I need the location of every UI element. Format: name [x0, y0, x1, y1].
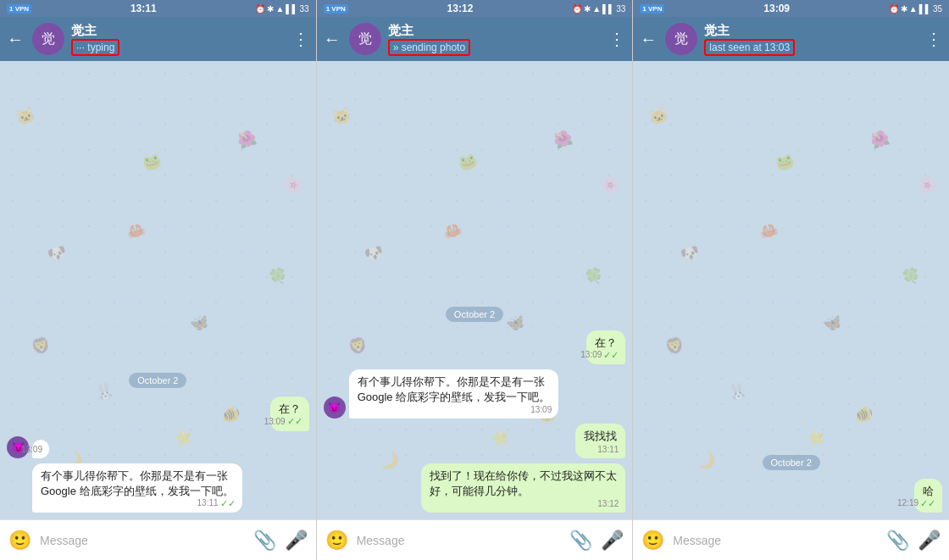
message-time: 13:09 — [530, 404, 552, 416]
message-time: 13:09✓✓ — [264, 415, 302, 428]
status-time: 13:11 — [130, 3, 157, 14]
vpn-badge: 1 VPN — [640, 4, 664, 14]
chat-header: ← 觉 觉主 » sending photo ⋮ — [317, 17, 633, 61]
wifi-icon: ▲ — [592, 4, 601, 14]
message-bubble: 哈12:19✓✓ — [914, 479, 942, 513]
status-time: 13:09 — [763, 3, 790, 14]
avatar: 觉 — [32, 23, 64, 55]
chat-background: 🐱🐶🐰🐸🦋🌺🍀🌙⭐🦀🐠🦁🌸October 2哈12:19✓✓ — [633, 61, 949, 519]
menu-button[interactable]: ⋮ — [925, 29, 942, 49]
chat-header: ← 觉 觉主 last seen at 13:03 ⋮ — [633, 17, 949, 61]
attachment-button[interactable]: 📎 — [253, 530, 276, 552]
message-bubble: 找到了！现在给你传，不过我这网不太 好，可能得几分钟。13:12 — [421, 463, 625, 513]
phone-panel-panel3: 1 VPN 13:09 ⏰ ✱ ▲ ▌▌ 35 ← 觉 觉主 last seen… — [633, 0, 949, 560]
message-input[interactable]: Message — [357, 534, 562, 547]
message-row-outgoing: 找到了！现在给你传，不过我这网不太 好，可能得几分钟。13:12 — [324, 463, 626, 513]
mic-button[interactable]: 🎤 — [601, 530, 624, 552]
message-row-incoming-avatar: 😈13:09 — [7, 436, 309, 458]
message-row-outgoing: 在？13:09✓✓ — [324, 330, 626, 364]
battery-text: 35 — [933, 4, 942, 14]
message-bubble: 我找找13:11 — [575, 424, 625, 457]
header-info: 觉主 » sending photo — [388, 23, 602, 56]
phone-panel-panel1: 1 VPN 13:11 ⏰ ✱ ▲ ▌▌ 33 ← 觉 觉主 ··· typin… — [0, 0, 317, 560]
menu-button[interactable]: ⋮ — [292, 29, 309, 49]
date-separator: October 2 — [446, 307, 503, 322]
message-text: 有个事儿得你帮下。你那是不是有一张 Google 给底彩字的壁纸，发我一下吧。 — [41, 469, 234, 497]
status-bar: 1 VPN 13:09 ⏰ ✱ ▲ ▌▌ 35 — [633, 0, 949, 17]
signal-icon: ▌▌ — [919, 4, 931, 14]
contact-name: 觉主 — [388, 23, 602, 39]
contact-name: 觉主 — [71, 23, 286, 39]
avatar: 觉 — [665, 23, 697, 55]
attachment-button[interactable]: 📎 — [886, 530, 909, 552]
message-input[interactable]: Message — [673, 534, 878, 547]
phone-panel-panel2: 1 VPN 13:12 ⏰ ✱ ▲ ▌▌ 33 ← 觉 觉主 » sending… — [317, 0, 634, 560]
message-bubble: 13:09 — [32, 440, 49, 458]
message-ticks: ✓✓ — [920, 497, 935, 510]
date-separator: October 2 — [763, 455, 820, 470]
battery-text: 33 — [616, 4, 625, 14]
message-bubble: 在？13:09✓✓ — [586, 330, 625, 364]
chat-header: ← 觉 觉主 ··· typing ⋮ — [0, 17, 316, 61]
message-bubble: 有个事儿得你帮下。你那是不是有一张 Google 给底彩字的壁纸，发我一下吧。1… — [349, 369, 559, 419]
status-right: ⏰ ✱ ▲ ▌▌ 33 — [572, 4, 625, 14]
attachment-button[interactable]: 📎 — [569, 530, 592, 552]
mic-button[interactable]: 🎤 — [285, 530, 308, 552]
battery-text: 33 — [300, 4, 309, 14]
header-info: 觉主 last seen at 13:03 — [704, 23, 918, 56]
wifi-icon: ▲ — [275, 4, 284, 14]
message-text: 哈 — [923, 485, 934, 497]
contact-status: » sending photo — [388, 39, 602, 56]
mic-button[interactable]: 🎤 — [918, 530, 941, 552]
message-input[interactable]: Message — [40, 534, 245, 547]
emoji-button[interactable]: 🙂 — [641, 530, 664, 552]
status-typing: ··· typing — [71, 39, 119, 56]
message-time: 13:11✓✓ — [197, 497, 236, 510]
bottom-bar: 🙂 Message 📎 🎤 — [317, 519, 633, 560]
message-time: 13:09 — [21, 444, 42, 456]
alarm-icon: ⏰ — [889, 4, 899, 14]
status-bar: 1 VPN 13:11 ⏰ ✱ ▲ ▌▌ 33 — [0, 0, 316, 17]
status-right: ⏰ ✱ ▲ ▌▌ 33 — [255, 4, 308, 14]
status-time: 13:12 — [447, 3, 474, 14]
message-ticks: ✓✓ — [220, 497, 236, 510]
back-button[interactable]: ← — [7, 30, 24, 49]
message-time: 12:19✓✓ — [897, 497, 935, 510]
bluetooth-icon: ✱ — [267, 4, 274, 14]
chat-background: 🐱🐶🐰🐸🦋🌺🍀🌙⭐🦀🐠🦁🌸October 2在？13:09✓✓😈13:09有个事… — [0, 61, 316, 519]
back-button[interactable]: ← — [640, 30, 657, 49]
contact-status: ··· typing — [71, 39, 286, 56]
message-bubble: 在？13:09✓✓ — [270, 396, 309, 430]
message-row-incoming: 有个事儿得你帮下。你那是不是有一张 Google 给底彩字的壁纸，发我一下吧。1… — [7, 463, 309, 513]
status-left: 1 VPN — [640, 4, 664, 14]
status-lastseen: last seen at 13:03 — [704, 39, 795, 56]
message-time: 13:12 — [597, 498, 619, 510]
chat-background: 🐱🐶🐰🐸🦋🌺🍀🌙⭐🦀🐠🦁🌸October 2在？13:09✓✓😈有个事儿得你帮下… — [317, 61, 633, 519]
contact-status: last seen at 13:03 — [704, 39, 918, 56]
message-time: 13:11 — [597, 444, 619, 456]
message-row-outgoing: 我找找13:11 — [324, 424, 626, 457]
emoji-button[interactable]: 🙂 — [8, 530, 31, 552]
status-bar: 1 VPN 13:12 ⏰ ✱ ▲ ▌▌ 33 — [317, 0, 633, 17]
status-sending: » sending photo — [388, 39, 470, 56]
emoji-button[interactable]: 🙂 — [325, 530, 348, 552]
back-button[interactable]: ← — [324, 30, 341, 49]
message-bubble: 有个事儿得你帮下。你那是不是有一张 Google 给底彩字的壁纸，发我一下吧。1… — [32, 463, 242, 513]
date-separator: October 2 — [129, 373, 186, 388]
typing-icon: ··· — [76, 42, 85, 53]
message-text: 我找找 — [584, 430, 617, 442]
bluetooth-icon: ✱ — [584, 4, 591, 14]
signal-icon: ▌▌ — [602, 4, 614, 14]
message-ticks: ✓✓ — [287, 415, 302, 428]
message-text: 在？ — [279, 402, 301, 415]
message-text: 有个事儿得你帮下。你那是不是有一张 Google 给底彩字的壁纸，发我一下吧。 — [358, 375, 551, 403]
message-row-outgoing: 哈12:19✓✓ — [640, 479, 942, 513]
bottom-bar: 🙂 Message 📎 🎤 — [0, 519, 316, 560]
alarm-icon: ⏰ — [255, 4, 265, 14]
message-text: 找到了！现在给你传，不过我这网不太 好，可能得几分钟。 — [430, 469, 617, 497]
status-right: ⏰ ✱ ▲ ▌▌ 35 — [889, 4, 942, 14]
message-ticks: ✓✓ — [603, 349, 619, 362]
alarm-icon: ⏰ — [572, 4, 582, 14]
menu-button[interactable]: ⋮ — [608, 29, 625, 49]
vpn-badge: 1 VPN — [324, 4, 348, 14]
